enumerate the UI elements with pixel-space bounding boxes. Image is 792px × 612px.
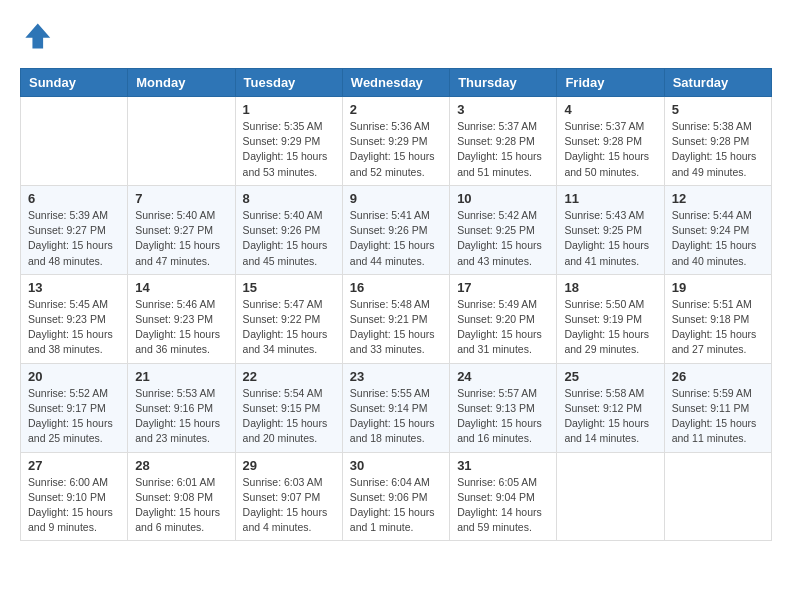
calendar-header-wednesday: Wednesday bbox=[342, 69, 449, 97]
day-detail: Sunrise: 5:55 AMSunset: 9:14 PMDaylight:… bbox=[350, 386, 442, 447]
day-number: 8 bbox=[243, 191, 335, 206]
day-number: 13 bbox=[28, 280, 120, 295]
calendar-cell bbox=[664, 452, 771, 541]
logo bbox=[20, 20, 56, 52]
calendar-cell: 6Sunrise: 5:39 AMSunset: 9:27 PMDaylight… bbox=[21, 185, 128, 274]
day-number: 6 bbox=[28, 191, 120, 206]
calendar-cell bbox=[21, 97, 128, 186]
calendar-cell: 1Sunrise: 5:35 AMSunset: 9:29 PMDaylight… bbox=[235, 97, 342, 186]
day-detail: Sunrise: 5:44 AMSunset: 9:24 PMDaylight:… bbox=[672, 208, 764, 269]
day-detail: Sunrise: 5:37 AMSunset: 9:28 PMDaylight:… bbox=[457, 119, 549, 180]
day-detail: Sunrise: 5:41 AMSunset: 9:26 PMDaylight:… bbox=[350, 208, 442, 269]
day-detail: Sunrise: 6:05 AMSunset: 9:04 PMDaylight:… bbox=[457, 475, 549, 536]
calendar-week-row: 13Sunrise: 5:45 AMSunset: 9:23 PMDayligh… bbox=[21, 274, 772, 363]
calendar-cell: 21Sunrise: 5:53 AMSunset: 9:16 PMDayligh… bbox=[128, 363, 235, 452]
day-detail: Sunrise: 6:03 AMSunset: 9:07 PMDaylight:… bbox=[243, 475, 335, 536]
day-number: 18 bbox=[564, 280, 656, 295]
calendar-cell: 9Sunrise: 5:41 AMSunset: 9:26 PMDaylight… bbox=[342, 185, 449, 274]
calendar-header-row: SundayMondayTuesdayWednesdayThursdayFrid… bbox=[21, 69, 772, 97]
day-number: 22 bbox=[243, 369, 335, 384]
calendar-cell: 12Sunrise: 5:44 AMSunset: 9:24 PMDayligh… bbox=[664, 185, 771, 274]
calendar-cell: 23Sunrise: 5:55 AMSunset: 9:14 PMDayligh… bbox=[342, 363, 449, 452]
calendar-cell: 22Sunrise: 5:54 AMSunset: 9:15 PMDayligh… bbox=[235, 363, 342, 452]
day-detail: Sunrise: 5:40 AMSunset: 9:26 PMDaylight:… bbox=[243, 208, 335, 269]
calendar-header-sunday: Sunday bbox=[21, 69, 128, 97]
day-number: 28 bbox=[135, 458, 227, 473]
calendar-cell: 16Sunrise: 5:48 AMSunset: 9:21 PMDayligh… bbox=[342, 274, 449, 363]
page-header bbox=[20, 20, 772, 52]
calendar-cell: 18Sunrise: 5:50 AMSunset: 9:19 PMDayligh… bbox=[557, 274, 664, 363]
day-number: 19 bbox=[672, 280, 764, 295]
calendar-week-row: 1Sunrise: 5:35 AMSunset: 9:29 PMDaylight… bbox=[21, 97, 772, 186]
calendar-cell: 10Sunrise: 5:42 AMSunset: 9:25 PMDayligh… bbox=[450, 185, 557, 274]
day-detail: Sunrise: 5:58 AMSunset: 9:12 PMDaylight:… bbox=[564, 386, 656, 447]
day-number: 9 bbox=[350, 191, 442, 206]
day-number: 11 bbox=[564, 191, 656, 206]
calendar-cell: 19Sunrise: 5:51 AMSunset: 9:18 PMDayligh… bbox=[664, 274, 771, 363]
day-number: 4 bbox=[564, 102, 656, 117]
calendar-cell: 5Sunrise: 5:38 AMSunset: 9:28 PMDaylight… bbox=[664, 97, 771, 186]
day-detail: Sunrise: 5:40 AMSunset: 9:27 PMDaylight:… bbox=[135, 208, 227, 269]
day-number: 20 bbox=[28, 369, 120, 384]
calendar-cell: 24Sunrise: 5:57 AMSunset: 9:13 PMDayligh… bbox=[450, 363, 557, 452]
calendar-cell: 17Sunrise: 5:49 AMSunset: 9:20 PMDayligh… bbox=[450, 274, 557, 363]
calendar-header-thursday: Thursday bbox=[450, 69, 557, 97]
day-number: 24 bbox=[457, 369, 549, 384]
calendar-week-row: 20Sunrise: 5:52 AMSunset: 9:17 PMDayligh… bbox=[21, 363, 772, 452]
day-detail: Sunrise: 5:57 AMSunset: 9:13 PMDaylight:… bbox=[457, 386, 549, 447]
day-number: 26 bbox=[672, 369, 764, 384]
calendar-cell: 11Sunrise: 5:43 AMSunset: 9:25 PMDayligh… bbox=[557, 185, 664, 274]
day-detail: Sunrise: 5:49 AMSunset: 9:20 PMDaylight:… bbox=[457, 297, 549, 358]
day-detail: Sunrise: 6:00 AMSunset: 9:10 PMDaylight:… bbox=[28, 475, 120, 536]
day-number: 10 bbox=[457, 191, 549, 206]
day-detail: Sunrise: 5:36 AMSunset: 9:29 PMDaylight:… bbox=[350, 119, 442, 180]
day-detail: Sunrise: 5:54 AMSunset: 9:15 PMDaylight:… bbox=[243, 386, 335, 447]
calendar-cell bbox=[128, 97, 235, 186]
day-detail: Sunrise: 5:52 AMSunset: 9:17 PMDaylight:… bbox=[28, 386, 120, 447]
calendar-header-tuesday: Tuesday bbox=[235, 69, 342, 97]
calendar-cell: 29Sunrise: 6:03 AMSunset: 9:07 PMDayligh… bbox=[235, 452, 342, 541]
day-number: 2 bbox=[350, 102, 442, 117]
day-detail: Sunrise: 5:39 AMSunset: 9:27 PMDaylight:… bbox=[28, 208, 120, 269]
calendar-cell: 27Sunrise: 6:00 AMSunset: 9:10 PMDayligh… bbox=[21, 452, 128, 541]
day-detail: Sunrise: 5:45 AMSunset: 9:23 PMDaylight:… bbox=[28, 297, 120, 358]
day-detail: Sunrise: 5:42 AMSunset: 9:25 PMDaylight:… bbox=[457, 208, 549, 269]
logo-icon bbox=[20, 20, 52, 52]
day-number: 5 bbox=[672, 102, 764, 117]
calendar-cell: 30Sunrise: 6:04 AMSunset: 9:06 PMDayligh… bbox=[342, 452, 449, 541]
day-detail: Sunrise: 5:53 AMSunset: 9:16 PMDaylight:… bbox=[135, 386, 227, 447]
calendar-cell: 31Sunrise: 6:05 AMSunset: 9:04 PMDayligh… bbox=[450, 452, 557, 541]
calendar-cell: 20Sunrise: 5:52 AMSunset: 9:17 PMDayligh… bbox=[21, 363, 128, 452]
calendar-header-friday: Friday bbox=[557, 69, 664, 97]
day-detail: Sunrise: 5:35 AMSunset: 9:29 PMDaylight:… bbox=[243, 119, 335, 180]
day-detail: Sunrise: 6:01 AMSunset: 9:08 PMDaylight:… bbox=[135, 475, 227, 536]
day-detail: Sunrise: 5:43 AMSunset: 9:25 PMDaylight:… bbox=[564, 208, 656, 269]
day-number: 30 bbox=[350, 458, 442, 473]
day-detail: Sunrise: 6:04 AMSunset: 9:06 PMDaylight:… bbox=[350, 475, 442, 536]
day-number: 21 bbox=[135, 369, 227, 384]
calendar-cell: 7Sunrise: 5:40 AMSunset: 9:27 PMDaylight… bbox=[128, 185, 235, 274]
calendar-cell: 14Sunrise: 5:46 AMSunset: 9:23 PMDayligh… bbox=[128, 274, 235, 363]
day-number: 7 bbox=[135, 191, 227, 206]
day-detail: Sunrise: 5:50 AMSunset: 9:19 PMDaylight:… bbox=[564, 297, 656, 358]
day-detail: Sunrise: 5:38 AMSunset: 9:28 PMDaylight:… bbox=[672, 119, 764, 180]
day-number: 29 bbox=[243, 458, 335, 473]
day-number: 27 bbox=[28, 458, 120, 473]
calendar-cell: 25Sunrise: 5:58 AMSunset: 9:12 PMDayligh… bbox=[557, 363, 664, 452]
day-number: 25 bbox=[564, 369, 656, 384]
day-detail: Sunrise: 5:59 AMSunset: 9:11 PMDaylight:… bbox=[672, 386, 764, 447]
day-number: 14 bbox=[135, 280, 227, 295]
day-number: 31 bbox=[457, 458, 549, 473]
calendar-week-row: 6Sunrise: 5:39 AMSunset: 9:27 PMDaylight… bbox=[21, 185, 772, 274]
calendar-cell bbox=[557, 452, 664, 541]
day-detail: Sunrise: 5:51 AMSunset: 9:18 PMDaylight:… bbox=[672, 297, 764, 358]
calendar-cell: 28Sunrise: 6:01 AMSunset: 9:08 PMDayligh… bbox=[128, 452, 235, 541]
day-detail: Sunrise: 5:47 AMSunset: 9:22 PMDaylight:… bbox=[243, 297, 335, 358]
day-number: 3 bbox=[457, 102, 549, 117]
calendar-week-row: 27Sunrise: 6:00 AMSunset: 9:10 PMDayligh… bbox=[21, 452, 772, 541]
day-detail: Sunrise: 5:37 AMSunset: 9:28 PMDaylight:… bbox=[564, 119, 656, 180]
day-number: 12 bbox=[672, 191, 764, 206]
day-detail: Sunrise: 5:46 AMSunset: 9:23 PMDaylight:… bbox=[135, 297, 227, 358]
calendar-cell: 15Sunrise: 5:47 AMSunset: 9:22 PMDayligh… bbox=[235, 274, 342, 363]
day-number: 16 bbox=[350, 280, 442, 295]
